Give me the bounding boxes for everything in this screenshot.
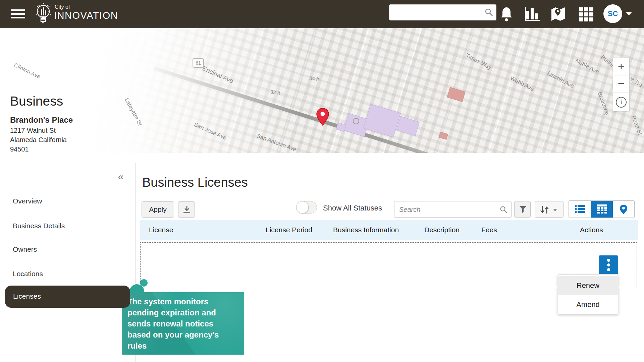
list-view-icon [575, 204, 585, 214]
sort-arrows-icon [540, 205, 559, 214]
sidebar-item-licenses[interactable]: Licenses [5, 286, 130, 308]
sidebar-item-business-details[interactable]: Business Details [13, 222, 65, 230]
col-description[interactable]: Description [424, 226, 460, 234]
business-address-line2: Alameda California [10, 136, 67, 144]
col-actions[interactable]: Actions [580, 226, 603, 234]
hamburger-menu-icon[interactable] [11, 9, 25, 19]
map-icon[interactable] [550, 6, 567, 22]
view-switcher [569, 200, 635, 218]
col-fees[interactable]: Fees [481, 226, 497, 234]
menu-item-amend[interactable]: Amend [558, 295, 618, 314]
city-logo-lightbulb-icon [32, 2, 54, 27]
filter-button[interactable] [514, 201, 531, 218]
show-all-statuses-toggle[interactable] [296, 201, 317, 214]
sort-button[interactable] [535, 201, 564, 218]
actions-cell-divider [575, 247, 575, 275]
sidebar-item-owners[interactable]: Owners [13, 245, 37, 253]
tooltip-anchor-dot [140, 279, 148, 287]
map-view-button[interactable] [613, 201, 635, 218]
col-license[interactable]: License [149, 226, 173, 234]
avatar-initials: SC [608, 9, 618, 18]
download-icon [182, 205, 191, 214]
renewal-tooltip-text: The system monitors pending expiration a… [127, 296, 238, 351]
search-icon[interactable] [500, 206, 508, 214]
sidebar-item-licenses-label: Licenses [13, 292, 41, 300]
brand-innovation-label: INNOVATION [54, 10, 118, 21]
page: City of INNOVATION [0, 0, 644, 362]
map-info-button[interactable]: i [613, 93, 629, 110]
brand-city-of-label: City of [55, 4, 70, 10]
business-zip: 94501 [10, 145, 29, 153]
list-view-button[interactable] [569, 201, 591, 218]
map-circle-marker [353, 118, 359, 124]
sidebar-collapse-icon[interactable]: « [118, 171, 124, 182]
col-license-period[interactable]: License Period [266, 226, 312, 234]
licenses-search-box [394, 201, 512, 218]
page-title: Business [10, 94, 63, 109]
top-header-bar: City of INNOVATION [0, 0, 644, 28]
map-white-fade-overlay [0, 28, 644, 153]
reports-bar-chart-icon[interactable] [524, 6, 542, 22]
global-search-input[interactable] [392, 6, 484, 19]
route-shield: 61 [193, 58, 204, 68]
map-zoom-control: + − i [613, 58, 630, 111]
grid-view-button[interactable] [591, 201, 613, 218]
search-icon[interactable] [485, 8, 493, 17]
kebab-dot [607, 268, 610, 271]
sidebar-item-locations[interactable]: Locations [13, 270, 43, 278]
panel-title: Business Licenses [142, 175, 248, 190]
toggle-knob [296, 201, 309, 214]
row-actions-menu: Renew Amend [558, 275, 618, 314]
business-address-line1: 1217 Walnut St [10, 127, 56, 134]
notifications-bell-icon[interactable] [500, 6, 513, 22]
zoom-in-button[interactable]: + [613, 58, 629, 75]
row-actions-kebab-button[interactable] [599, 255, 618, 274]
renewal-tooltip: The system monitors pending expiration a… [122, 292, 244, 355]
menu-item-renew[interactable]: Renew [558, 276, 618, 295]
business-name: Brandon's Place [10, 115, 73, 125]
map-pin-view-icon [619, 204, 628, 215]
user-menu-caret-icon[interactable] [626, 12, 632, 15]
app-grid-icon[interactable] [579, 7, 594, 22]
map-banner[interactable]: Clinton AveEncinal Ave34 ft32 ftLafayett… [0, 28, 644, 153]
zoom-out-button[interactable]: − [613, 75, 629, 93]
apply-button[interactable]: Apply [142, 201, 174, 218]
user-avatar[interactable]: SC [603, 4, 622, 23]
kebab-dot [607, 263, 610, 266]
table-header-row: License License Period Business Informat… [140, 220, 638, 240]
kebab-dot [607, 259, 610, 262]
download-button[interactable] [178, 201, 195, 218]
global-search-box [389, 4, 496, 20]
filter-funnel-icon [519, 205, 527, 214]
show-all-statuses-label: Show All Statuses [323, 204, 382, 213]
licenses-search-input[interactable] [398, 204, 497, 215]
location-pin-icon[interactable] [316, 108, 329, 126]
grid-view-icon [597, 204, 607, 214]
col-business-information[interactable]: Business Information [333, 226, 399, 234]
sidebar-item-overview[interactable]: Overview [13, 197, 42, 205]
